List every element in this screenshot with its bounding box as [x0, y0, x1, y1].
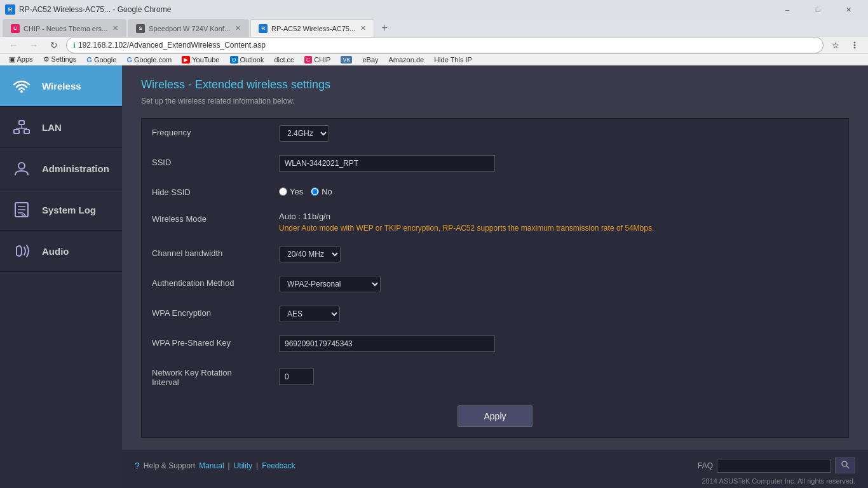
ssid-input[interactable] — [279, 155, 495, 172]
nav-icons: ☆ — [827, 37, 863, 53]
svg-rect-6 — [24, 130, 29, 133]
wireless-mode-auto-text: Auto : 11b/g/n — [279, 212, 838, 221]
sidebar-item-audio[interactable]: Audio — [0, 231, 122, 272]
title-bar: R RP-AC52 Wireless-AC75... - Google Chro… — [0, 0, 868, 19]
minimize-button[interactable]: – — [773, 0, 802, 19]
router-content: Wireless - Extended wireless settings Se… — [122, 65, 868, 451]
bookmark-settings[interactable]: ⚙ Settings — [39, 54, 81, 65]
chrome-menu-icon[interactable] — [846, 37, 863, 53]
bookmark-chip[interactable]: C CHIP — [301, 55, 335, 65]
tab-favicon-asus: R — [259, 24, 268, 33]
forward-button[interactable]: → — [25, 37, 42, 53]
settings-panel: Frequency 2.4GHz 5GHz SSID — [141, 118, 849, 438]
browser-favicon: R — [5, 4, 15, 15]
svg-rect-5 — [14, 130, 19, 133]
ssid-row: SSID — [142, 149, 848, 179]
svg-point-2 — [854, 47, 856, 49]
frequency-row: Frequency 2.4GHz 5GHz — [142, 119, 848, 149]
tab-close-chip[interactable]: ✕ — [112, 24, 118, 32]
address-text: 192.168.2.102/Advanced_ExtendWireless_Co… — [78, 41, 266, 50]
faq-search-button[interactable] — [835, 458, 855, 473]
footer-faq: FAQ — [698, 458, 855, 473]
auth-method-select[interactable]: WPA2-Personal WPA-Personal Open System — [279, 276, 381, 292]
sidebar-item-administration[interactable]: Administration — [0, 148, 122, 189]
bookmark-vk[interactable]: VK — [337, 55, 356, 65]
chip-icon: C — [304, 56, 313, 64]
separator1: | — [228, 461, 230, 470]
wireless-icon — [10, 74, 33, 97]
apply-button-row: Apply — [142, 395, 848, 437]
bookmark-amazon[interactable]: Amazon.de — [385, 55, 428, 65]
bookmark-apps[interactable]: ▣ Apps — [5, 54, 37, 65]
bookmark-dict[interactable]: dict.cc — [270, 55, 297, 65]
hide-ssid-no-text: No — [322, 187, 332, 196]
close-button[interactable]: ✕ — [834, 0, 863, 19]
new-tab-button[interactable]: + — [376, 19, 393, 37]
footer-copyright: 2014 ASUSTeK Computer Inc. All rights re… — [135, 477, 855, 485]
svg-point-11 — [18, 163, 25, 169]
key-rotation-label: Network Key Rotation Interval — [142, 359, 269, 395]
wpa-key-value — [269, 329, 848, 359]
faq-search-icon — [841, 460, 850, 469]
star-icon[interactable]: ☆ — [827, 37, 844, 53]
tab-asus[interactable]: R RP-AC52 Wireless-AC75... ✕ — [250, 19, 374, 37]
channel-bandwidth-select[interactable]: 20/40 MHz 20 MHz — [279, 246, 341, 262]
sidebar-audio-label: Audio — [42, 246, 69, 257]
bookmark-google-label: G — [86, 56, 92, 64]
key-rotation-row: Network Key Rotation Interval — [142, 359, 848, 395]
svg-point-1 — [854, 44, 856, 46]
bookmarks-bar: ▣ Apps ⚙ Settings G Google G Google.com … — [0, 54, 868, 65]
vk-icon: VK — [341, 56, 352, 64]
tab-favicon-chip: C — [11, 24, 20, 33]
bookmark-youtube[interactable]: ▶ YouTube — [178, 55, 223, 65]
bookmark-googlecom[interactable]: G Google.com — [123, 55, 175, 65]
bookmark-outlook[interactable]: O Outlook — [226, 55, 268, 65]
reload-button[interactable]: ↻ — [46, 37, 62, 53]
auth-method-value: WPA2-Personal WPA-Personal Open System — [269, 269, 848, 299]
bookmark-google[interactable]: G Google — [83, 55, 120, 65]
wpa-key-input[interactable] — [279, 336, 495, 352]
channel-bandwidth-row: Channel bandwidth 20/40 MHz 20 MHz — [142, 240, 848, 269]
address-bar[interactable]: ℹ 192.168.2.102/Advanced_ExtendWireless_… — [66, 37, 824, 53]
hide-ssid-no-label[interactable]: No — [311, 187, 332, 196]
tab-label-asus: RP-AC52 Wireless-AC75... — [271, 25, 355, 32]
wpa-encryption-row: WPA Encryption AES TKIP AES+TKIP — [142, 299, 848, 329]
svg-line-17 — [846, 466, 849, 468]
auth-method-row: Authentication Method WPA2-Personal WPA-… — [142, 269, 848, 299]
maximize-button[interactable]: □ — [803, 0, 832, 19]
utility-link[interactable]: Utility — [234, 461, 252, 470]
frequency-select[interactable]: 2.4GHz 5GHz — [279, 125, 329, 142]
audio-icon — [10, 240, 33, 262]
sidebar-item-system-log[interactable]: System Log — [0, 189, 122, 231]
hide-ssid-row: Hide SSID Yes No — [142, 179, 848, 205]
hide-ssid-no-radio[interactable] — [311, 187, 319, 196]
nav-bar: ← → ↻ ℹ 192.168.2.102/Advanced_ExtendWir… — [0, 37, 868, 54]
back-button[interactable]: ← — [5, 37, 22, 53]
tab-close-asus[interactable]: ✕ — [360, 24, 366, 32]
apply-button[interactable]: Apply — [458, 405, 532, 427]
bookmark-hidethisip[interactable]: Hide This IP — [430, 55, 476, 65]
ssid-label: SSID — [142, 149, 269, 179]
hide-ssid-yes-label[interactable]: Yes — [279, 187, 303, 196]
hide-ssid-yes-radio[interactable] — [279, 187, 287, 196]
svg-point-3 — [20, 90, 23, 93]
manual-link[interactable]: Manual — [199, 461, 224, 470]
svg-point-0 — [854, 42, 856, 44]
tab-close-speedport[interactable]: ✕ — [235, 24, 241, 32]
administration-icon — [10, 157, 33, 180]
tabs-bar: C CHIP - Neues Thema ers... ✕ S Speedpor… — [0, 19, 868, 37]
sidebar-item-lan[interactable]: LAN — [0, 107, 122, 148]
tab-chip[interactable]: C CHIP - Neues Thema ers... ✕ — [3, 19, 126, 37]
svg-rect-4 — [19, 121, 24, 125]
router-main: Wireless - Extended wireless settings Se… — [122, 65, 868, 488]
feedback-link[interactable]: Feedback — [262, 461, 295, 470]
faq-label: FAQ — [698, 461, 713, 470]
wpa-encryption-select[interactable]: AES TKIP AES+TKIP — [279, 306, 340, 322]
tab-speedport[interactable]: S Speedport W 724V Konf... ✕ — [128, 19, 249, 37]
key-rotation-input[interactable] — [279, 369, 314, 385]
help-label: Help & Support — [144, 461, 195, 470]
bookmark-ebay[interactable]: eBay — [358, 55, 382, 65]
sidebar-item-wireless[interactable]: Wireless — [0, 65, 122, 107]
faq-input[interactable] — [717, 459, 831, 473]
bookmark-googlecom-label: G — [126, 56, 132, 64]
